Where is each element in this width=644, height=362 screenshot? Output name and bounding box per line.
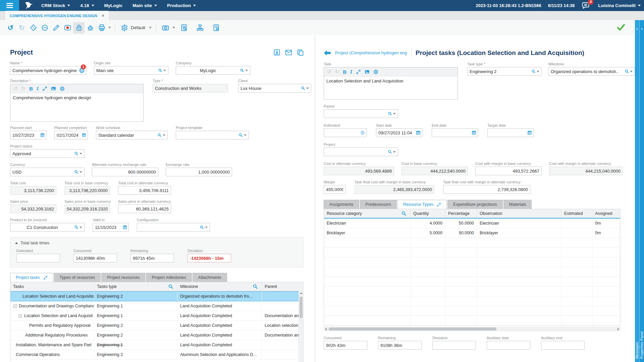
- document-search-icon[interactable]: [178, 22, 190, 34]
- project-template-input[interactable]: [176, 133, 238, 138]
- vertical-scrollbar[interactable]: [299, 291, 303, 362]
- column-header-assigned[interactable]: Assigned: [592, 209, 620, 218]
- calendar-icon[interactable]: [40, 132, 45, 138]
- globe-icon[interactable]: [60, 86, 65, 91]
- clock-icon[interactable]: [361, 130, 365, 135]
- undo-icon[interactable]: ↺: [5, 22, 16, 34]
- resource-row[interactable]: Bricklayer 5.0000 50.0000 Bricklayer 0m: [324, 228, 620, 238]
- column-header-resource-category[interactable]: Resource category: [324, 209, 411, 218]
- empty-row[interactable]: [324, 277, 620, 287]
- chevron-down-icon[interactable]: [393, 113, 396, 115]
- planned-start-input[interactable]: [10, 133, 40, 138]
- empty-row[interactable]: [324, 306, 620, 316]
- task-text[interactable]: Location Selection and Land Acquisition: [324, 76, 458, 99]
- chevron-down-icon[interactable]: [163, 70, 166, 71]
- print-options-chevron-icon[interactable]: [108, 27, 111, 28]
- search-icon[interactable]: [158, 68, 162, 73]
- collapse-left-chevron-icon[interactable]: ‹: [640, 26, 644, 31]
- tab-predecessors[interactable]: Predecessors: [360, 200, 397, 209]
- undo-icon[interactable]: ↺: [13, 85, 18, 92]
- target-date-input[interactable]: [488, 130, 527, 135]
- scrollbar-thumb[interactable]: [300, 297, 303, 318]
- column-header-estimated[interactable]: Estimated: [561, 209, 592, 218]
- milestone-input[interactable]: [549, 69, 625, 74]
- name-input[interactable]: [10, 68, 79, 73]
- description-text[interactable]: Comprehensive hydrogen engine design: [10, 93, 143, 121]
- remaining-input[interactable]: [131, 256, 174, 261]
- image-icon[interactable]: [365, 69, 370, 74]
- calendar-icon[interactable]: [416, 130, 421, 136]
- chevron-down-icon[interactable]: [245, 70, 248, 71]
- planned-completion-input[interactable]: [55, 133, 82, 138]
- user-menu[interactable]: Luisina Cominelli: [598, 3, 641, 8]
- task-row[interactable]: Location Selection and Land Acquisit Eng…: [10, 311, 303, 321]
- calendar-icon[interactable]: [527, 130, 532, 136]
- search-icon[interactable]: [301, 85, 305, 91]
- task-row[interactable]: Commercial Operations Engineering 2 Alum…: [10, 350, 303, 360]
- search-icon[interactable]: [238, 132, 243, 138]
- scroll-right-icon[interactable]: [618, 328, 619, 330]
- chevron-down-icon[interactable]: [244, 134, 247, 136]
- email-icon[interactable]: [285, 49, 292, 56]
- redo-icon[interactable]: ↻: [335, 69, 339, 75]
- empty-row[interactable]: [324, 287, 620, 296]
- cost-margin-base-input[interactable]: [476, 169, 541, 174]
- total-cost-alt-input[interactable]: [118, 188, 171, 193]
- description-editor[interactable]: ↺ ↻ B I Comprehensive hydrogen engine de…: [10, 84, 144, 122]
- tab-project-milestones[interactable]: Project milestones: [146, 273, 192, 282]
- print-icon[interactable]: [96, 22, 107, 34]
- horizontal-scrollbar[interactable]: [324, 327, 621, 331]
- search-icon[interactable]: [401, 211, 407, 216]
- column-header-percentage[interactable]: Percentage: [445, 209, 477, 218]
- bold-icon[interactable]: B: [29, 86, 33, 92]
- export-download-icon[interactable]: [273, 49, 280, 56]
- configuration-input[interactable]: [137, 225, 200, 230]
- globe-icon[interactable]: [373, 69, 378, 74]
- copy-icon[interactable]: [297, 49, 304, 56]
- consumed-input[interactable]: [74, 256, 117, 261]
- menu-crm-stock[interactable]: CRM Stock: [41, 3, 70, 8]
- hamburger-menu-icon[interactable]: [0, 0, 19, 11]
- expand-icon[interactable]: [42, 86, 47, 91]
- search-icon[interactable]: [74, 169, 78, 175]
- bold-icon[interactable]: B: [343, 69, 346, 75]
- tab-project-tasks[interactable]: Project tasks: [10, 273, 53, 282]
- chevron-down-icon[interactable]: [630, 71, 633, 72]
- search-icon[interactable]: [74, 151, 78, 156]
- search-icon[interactable]: [74, 225, 78, 230]
- menu-mylogic[interactable]: MyLogic: [104, 3, 123, 8]
- auxiliary-end-input[interactable]: [541, 343, 584, 348]
- search-icon[interactable]: [168, 284, 173, 289]
- properties-panel-side-tab[interactable]: ‹ Properties Panel: [640, 20, 644, 362]
- tab-attachments[interactable]: Attachments: [193, 273, 227, 282]
- chevron-down-icon[interactable]: [79, 227, 82, 228]
- task-row[interactable]: Permits and Regulatory Approval Engineer…: [10, 321, 303, 330]
- edit-design-icon[interactable]: [50, 22, 62, 34]
- final-cost-alt-input[interactable]: [443, 187, 530, 192]
- tab-resource-types[interactable]: Resource Types: [397, 200, 447, 209]
- search-icon[interactable]: [388, 111, 392, 116]
- debug-bug-icon[interactable]: [85, 22, 96, 34]
- menu-version[interactable]: 4.18: [80, 3, 94, 8]
- calendar-icon[interactable]: [82, 132, 86, 138]
- expand-icon[interactable]: [43, 276, 48, 280]
- currency-input[interactable]: [10, 170, 74, 175]
- resource-row[interactable]: Electrician 4.0000 50.0000 Electrician 0…: [324, 219, 620, 228]
- close-tab-icon[interactable]: ×: [102, 13, 104, 18]
- estimated-input[interactable]: [324, 130, 361, 135]
- sales-price-alt-input[interactable]: [118, 206, 171, 212]
- exchange-rate-input[interactable]: [166, 170, 232, 175]
- redo-icon[interactable]: ↻: [21, 85, 26, 92]
- project-status-input[interactable]: [10, 151, 74, 156]
- total-task-times-collapse[interactable]: Total task times: [15, 241, 299, 245]
- chevron-down-icon[interactable]: [537, 71, 539, 72]
- breadcrumb[interactable]: Project (Comprehensive hydrogen engin...: [335, 51, 407, 55]
- back-arrow-icon[interactable]: [324, 50, 331, 56]
- undo-icon[interactable]: ↺: [327, 69, 331, 75]
- collapse-row-icon[interactable]: [18, 314, 22, 318]
- calendar-icon[interactable]: [472, 130, 476, 136]
- column-header-tasks-type[interactable]: Tasks type: [94, 282, 177, 291]
- remove-icon[interactable]: [39, 22, 50, 34]
- app-logo-bird-icon[interactable]: [21, 1, 37, 10]
- deviation-input[interactable]: [433, 343, 476, 348]
